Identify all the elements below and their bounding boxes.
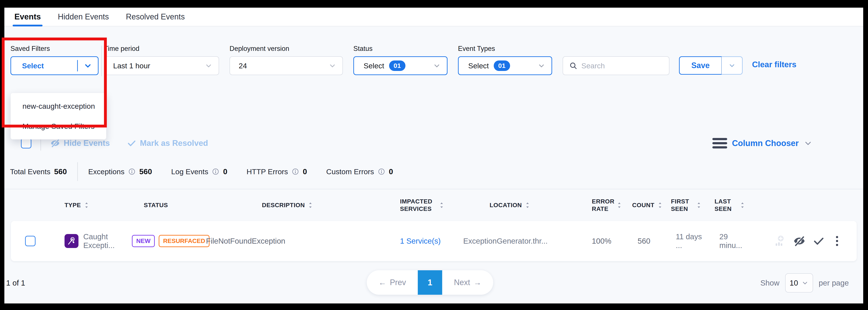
stat-value: 0 [303,167,307,176]
page-size-control: Show 10 per page [760,273,849,292]
saved-filters-group: Saved Filters Select [10,45,98,75]
column-header-impacted-services[interactable]: IMPACTED SERVICES [384,198,449,213]
column-chooser-button[interactable]: Column Chooser [712,138,813,148]
add-to-monitor-icon [774,235,786,247]
stat-value: 560 [54,167,67,176]
pagination-bar: 1 of 1 ← Prev 1 Next → Show 10 per page [4,270,863,295]
row-cell-actions [745,235,857,247]
current-page-button[interactable]: 1 [418,270,442,295]
chevron-down-icon[interactable] [205,62,213,69]
impacted-services-link[interactable]: 1 Service(s) [400,237,441,245]
column-header-error-rate[interactable]: ERROR RATE [571,198,619,213]
column-header-last-seen[interactable]: LAST SEEN [702,198,745,213]
check-icon [127,138,136,148]
row-cell-first-seen: 11 days ... [658,232,702,250]
search-field[interactable] [563,56,670,75]
row-cell-error-rate: 100% [571,237,619,245]
column-header-count[interactable]: COUNT [619,201,658,209]
save-split-button: Save [679,56,743,75]
next-label: Next [454,278,470,287]
search-group [563,56,670,75]
time-period-label: Time period [104,45,219,53]
resolve-event-icon[interactable] [813,235,825,247]
column-header-first-seen[interactable]: FIRST SEEN [658,198,702,213]
row-cell-last-seen: 29 minu... [702,232,745,250]
status-select[interactable]: Select 01 [353,56,447,75]
column-label: LOCATION [490,201,522,209]
deployment-version-select[interactable]: 24 [229,56,343,75]
column-header-type[interactable]: TYPE [55,201,120,209]
info-icon[interactable] [292,168,299,175]
chevron-down-icon[interactable] [537,62,546,69]
sort-icon[interactable] [524,202,531,209]
stat-http-errors: HTTP Errors 0 [247,167,307,176]
search-icon [569,62,578,70]
pager: ← Prev 1 Next → [367,270,493,295]
row-cell-impacted-services: 1 Service(s) [384,237,449,245]
info-icon[interactable] [212,168,219,175]
save-menu-button[interactable] [722,56,743,75]
manage-saved-filters-option[interactable]: Manage Saved Filters [11,116,106,136]
divider [78,162,78,181]
sort-icon[interactable] [439,202,445,209]
tab-resolved-events[interactable]: Resolved Events [126,8,185,26]
hide-event-icon[interactable] [793,235,806,247]
event-type-label: Caught Excepti... [83,232,120,250]
caught-exception-icon [64,234,79,248]
kebab-menu-icon[interactable] [832,235,842,247]
saved-filter-option[interactable]: new-caught-exception [11,96,106,116]
events-page: Events Hidden Events Resolved Events Sav… [4,8,863,304]
prev-label: Prev [390,278,406,287]
hide-events-label: Hide Events [64,139,110,148]
sort-icon[interactable] [84,202,90,209]
event-types-value: Select [468,62,489,70]
chevron-down-icon [728,62,736,69]
mark-resolved-button[interactable]: Mark as Resolved [127,138,208,148]
event-types-group: Event Types Select 01 [458,45,552,75]
table-row[interactable]: Caught Excepti... NEW RESURFACED FileNot… [11,221,857,261]
column-header-status[interactable]: STATUS [120,201,192,209]
select-all-checkbox[interactable] [21,138,31,148]
status-group: Status Select 01 [353,45,447,75]
chevron-down-icon [802,279,808,286]
row-checkbox[interactable] [25,236,35,246]
info-icon[interactable] [378,168,385,175]
info-icon[interactable] [128,168,135,175]
next-page-button[interactable]: Next → [442,270,493,295]
save-button[interactable]: Save [679,56,722,75]
sort-icon[interactable] [739,202,745,209]
stat-label: Exceptions [88,167,124,176]
clear-filters-link[interactable]: Clear filters [752,60,797,69]
sort-icon[interactable] [696,202,702,209]
row-cell-count: 560 [619,237,658,245]
divider [77,60,78,72]
status-badge-new: NEW [132,235,155,247]
sort-icon[interactable] [307,202,313,209]
column-chooser-label: Column Chooser [732,139,799,148]
tab-events[interactable]: Events [14,8,41,26]
event-types-count-badge: 01 [494,60,510,71]
status-value: Select [364,62,384,70]
page-size-select[interactable]: 10 [785,273,813,292]
chevron-down-icon[interactable] [329,62,336,69]
column-label: COUNT [632,201,654,209]
saved-filters-value: Select [22,62,44,70]
tab-hidden-events[interactable]: Hidden Events [58,8,109,26]
event-types-select[interactable]: Select 01 [458,56,552,75]
stat-value: 0 [223,167,227,176]
column-label: DESCRIPTION [262,201,305,209]
saved-filters-dropdown: new-caught-exception Manage Saved Filter… [10,93,106,140]
column-label: LAST SEEN [715,198,737,213]
prev-page-button[interactable]: ← Prev [367,270,418,295]
column-label: ERROR RATE [592,198,614,213]
column-header-location[interactable]: LOCATION [449,201,571,209]
column-header-description[interactable]: DESCRIPTION [192,201,384,209]
stat-label: Total Events [10,167,50,176]
search-input[interactable] [581,62,664,70]
row-cell-location: ExceptionGenerator.thr... [449,237,571,245]
chevron-down-icon[interactable] [433,62,441,69]
time-period-select[interactable]: Last 1 hour [104,56,219,75]
hide-events-button[interactable]: Hide Events [50,138,110,148]
saved-filters-select[interactable]: Select [10,56,98,75]
chevron-down-icon[interactable] [84,61,92,70]
